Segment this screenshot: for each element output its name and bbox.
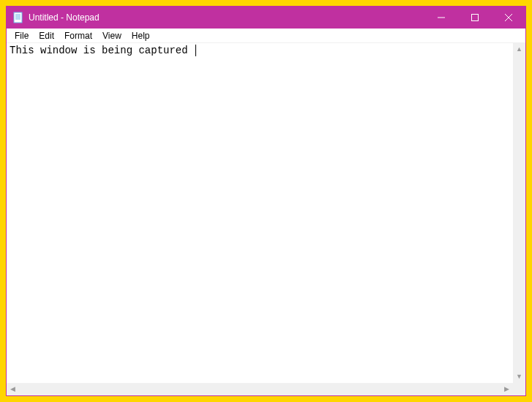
horizontal-scrollbar[interactable]: ◀ ▶ xyxy=(7,383,513,395)
menu-help[interactable]: Help xyxy=(127,29,155,42)
menu-view[interactable]: View xyxy=(97,29,127,42)
menubar: File Edit Format View Help xyxy=(7,29,525,43)
editor-text: This window is being captured xyxy=(10,45,194,56)
window-controls xyxy=(424,7,525,29)
scroll-left-icon[interactable]: ◀ xyxy=(7,383,19,395)
bottom-scroll-row: ◀ ▶ xyxy=(7,383,525,395)
scroll-down-icon[interactable]: ▼ xyxy=(513,371,525,383)
scrollbar-corner xyxy=(513,383,525,395)
maximize-button[interactable] xyxy=(458,7,492,29)
notepad-icon xyxy=(12,12,24,23)
scroll-up-icon[interactable]: ▲ xyxy=(513,43,525,56)
window-title: Untitled - Notepad xyxy=(29,12,100,23)
text-editor[interactable]: This window is being captured xyxy=(7,43,513,383)
editor-row: This window is being captured ▲ ▼ xyxy=(7,43,525,383)
menu-edit[interactable]: Edit xyxy=(34,29,59,42)
menu-format[interactable]: Format xyxy=(59,29,97,42)
minimize-button[interactable] xyxy=(424,7,458,29)
text-caret xyxy=(195,45,196,56)
content-area: This window is being captured ▲ ▼ ◀ ▶ xyxy=(7,43,525,395)
vertical-scrollbar[interactable]: ▲ ▼ xyxy=(513,43,525,383)
notepad-window: Untitled - Notepad File Edit Format View… xyxy=(6,6,526,396)
close-button[interactable] xyxy=(492,7,525,29)
titlebar[interactable]: Untitled - Notepad xyxy=(7,7,525,29)
svg-rect-6 xyxy=(472,15,479,21)
scroll-right-icon[interactable]: ▶ xyxy=(501,383,513,395)
menu-file[interactable]: File xyxy=(10,29,34,42)
